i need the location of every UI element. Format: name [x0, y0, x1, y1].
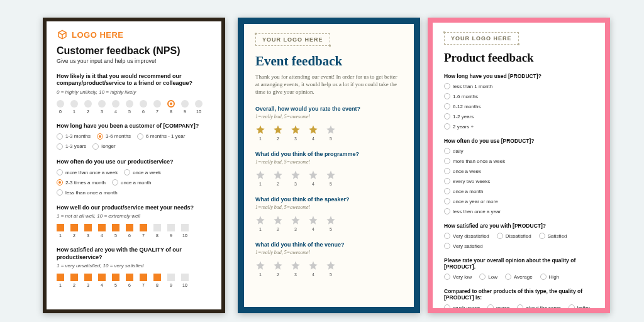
radio-option[interactable]: more than once a week: [57, 169, 118, 175]
radio-option[interactable]: Very dissatisfied: [444, 233, 489, 239]
scale-cell[interactable]: 4: [98, 274, 106, 287]
scale-cell[interactable]: 5: [112, 224, 119, 238]
star-cell[interactable]: 1: [255, 170, 265, 186]
star-rating[interactable]: 12345: [255, 125, 402, 141]
star-cell[interactable]: 4: [308, 215, 318, 231]
star-cell[interactable]: 5: [326, 260, 336, 277]
radio-option[interactable]: longer: [92, 143, 115, 150]
scale-cell[interactable]: 1: [57, 224, 64, 238]
star-cell[interactable]: 3: [291, 125, 301, 141]
star-cell[interactable]: 4: [308, 170, 318, 186]
scale-cell[interactable]: 10: [181, 224, 189, 238]
scale-cell[interactable]: 7: [140, 224, 147, 238]
radio-option[interactable]: every two weeks: [444, 178, 594, 184]
radio-option[interactable]: Very satisfied: [444, 243, 483, 249]
scale-cell[interactable]: 9: [167, 224, 175, 238]
radio-option[interactable]: once a year or more: [444, 198, 594, 204]
nps-scale[interactable]: 012345678910: [57, 100, 211, 114]
radio-option[interactable]: more than once a week: [444, 158, 594, 164]
scale-cell[interactable]: 0: [57, 100, 64, 114]
star-rating[interactable]: 12345: [255, 260, 402, 277]
star-cell[interactable]: 5: [326, 215, 336, 231]
radio-option[interactable]: Very low: [444, 274, 472, 280]
scale-cell[interactable]: 6: [140, 100, 147, 114]
radio-option[interactable]: Dissatisfied: [497, 233, 531, 239]
scale-cell[interactable]: 4: [112, 100, 119, 114]
star-cell[interactable]: 2: [273, 170, 283, 186]
scale-cell[interactable]: 9: [167, 274, 175, 287]
star-cell[interactable]: 2: [273, 260, 283, 277]
radio-option[interactable]: 2-3 times a month: [57, 179, 106, 186]
star-cell[interactable]: 3: [291, 170, 301, 186]
star-cell[interactable]: 3: [291, 260, 301, 277]
radio-option[interactable]: much worse: [444, 304, 480, 311]
radio-option[interactable]: once a month: [112, 179, 151, 186]
needs-scale[interactable]: 12345678910: [57, 224, 211, 238]
star-cell[interactable]: 3: [291, 215, 301, 231]
star-cell[interactable]: 4: [308, 260, 318, 277]
usage-options[interactable]: dailymore than once a weekonce a weekeve…: [444, 148, 594, 214]
radio-option[interactable]: Average: [505, 274, 533, 280]
radio-option[interactable]: 1-3 months: [57, 133, 91, 140]
scale-cell[interactable]: 2: [70, 274, 78, 287]
opinion-options[interactable]: Very lowLowAverageHigh: [444, 274, 594, 280]
scale-cell[interactable]: 8: [153, 274, 161, 287]
radio-option[interactable]: Satisfied: [539, 233, 567, 239]
star-cell[interactable]: 1: [255, 260, 265, 277]
radio-option[interactable]: 1-6 months: [444, 93, 594, 99]
tenure-options[interactable]: 1-3 months3-6 months6 months - 1 year1-3…: [57, 133, 211, 150]
radio-option[interactable]: once a week: [124, 169, 161, 175]
star-rating[interactable]: 12345: [255, 170, 402, 186]
star-cell[interactable]: 5: [326, 125, 336, 141]
radio-option[interactable]: 6-12 months: [444, 103, 594, 109]
scale-cell[interactable]: 8: [153, 224, 161, 238]
radio-option[interactable]: High: [540, 274, 559, 280]
radio-option[interactable]: less than once a month: [57, 189, 118, 196]
radio-option[interactable]: less then once a year: [444, 208, 594, 214]
scale-cell[interactable]: 3: [84, 224, 92, 238]
star-rating[interactable]: 12345: [255, 215, 402, 231]
scale-cell[interactable]: 4: [98, 224, 106, 238]
radio-option[interactable]: daily: [444, 148, 594, 154]
scale-cell[interactable]: 5: [126, 100, 133, 114]
radio-option[interactable]: 2 years +: [444, 123, 594, 130]
scale-cell[interactable]: 10: [195, 100, 203, 114]
quality-scale[interactable]: 12345678910: [57, 274, 211, 287]
scale-cell[interactable]: 6: [126, 224, 133, 238]
scale-cell[interactable]: 1: [70, 100, 78, 114]
scale-cell[interactable]: 8: [167, 100, 175, 114]
radio-option[interactable]: worse: [487, 304, 509, 311]
scale-cell[interactable]: 7: [153, 100, 161, 114]
star-cell[interactable]: 1: [255, 125, 265, 141]
scale-cell[interactable]: 2: [70, 224, 78, 238]
scale-cell[interactable]: 10: [181, 274, 189, 287]
scale-cell[interactable]: 3: [84, 274, 92, 287]
star-cell[interactable]: 4: [308, 125, 318, 141]
star-cell[interactable]: 2: [273, 215, 283, 231]
radio-option[interactable]: once a week: [444, 168, 594, 174]
radio-option[interactable]: less than 1 month: [444, 83, 594, 89]
frequency-options[interactable]: more than once a weekonce a week2-3 time…: [57, 169, 211, 196]
star-cell[interactable]: 1: [255, 215, 265, 231]
star-cell[interactable]: 2: [273, 125, 283, 141]
scale-cell[interactable]: 9: [181, 100, 189, 114]
radio-option[interactable]: 3-6 months: [97, 133, 131, 140]
star-cell[interactable]: 5: [326, 170, 336, 186]
scale-cell[interactable]: 1: [57, 274, 64, 287]
satisfaction-options[interactable]: Very dissatisfiedDissatisfiedSatisfiedVe…: [444, 233, 594, 249]
radio-option[interactable]: 1-3 years: [57, 143, 86, 150]
radio-option[interactable]: Low: [479, 274, 497, 280]
template-card-event[interactable]: YOUR LOGO HERE Event feedback Thank you …: [238, 18, 420, 313]
radio-option[interactable]: 6 months - 1 year: [137, 133, 185, 140]
scale-cell[interactable]: 7: [140, 274, 147, 287]
radio-option[interactable]: once a month: [444, 188, 594, 194]
template-card-nps[interactable]: LOGO HERE Customer feedback (NPS) Give u…: [43, 18, 225, 313]
duration-options[interactable]: less than 1 month1-6 months6-12 months1-…: [444, 83, 594, 130]
scale-cell[interactable]: 3: [98, 100, 106, 114]
radio-option[interactable]: 1-2 years: [444, 113, 594, 119]
compare-options[interactable]: much worseworseabout the samebettermuch …: [444, 304, 594, 313]
radio-option[interactable]: about the same: [517, 304, 560, 311]
template-card-product[interactable]: YOUR LOGO HERE Product feedback How long…: [428, 18, 610, 313]
radio-option[interactable]: better: [569, 304, 590, 311]
scale-cell[interactable]: 6: [126, 274, 133, 287]
